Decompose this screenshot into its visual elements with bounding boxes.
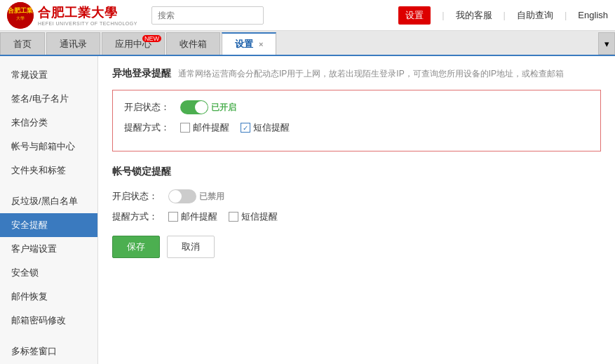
section2-status-row: 开启状态： 已禁用 <box>112 189 601 203</box>
section2-toggle[interactable]: 已禁用 <box>168 189 224 203</box>
section2-email-checkbox[interactable] <box>168 212 178 222</box>
sidebar-item-password[interactable]: 邮箱密码修改 <box>0 309 97 332</box>
sidebar-divider-1 <box>0 182 97 189</box>
cancel-button[interactable]: 取消 <box>167 236 215 258</box>
section1-status-label: 开启状态： <box>124 101 180 114</box>
tab-settings-close[interactable]: × <box>259 40 263 48</box>
section1-toggle-thumb <box>195 101 208 114</box>
tab-settings[interactable]: 设置 × <box>222 32 276 55</box>
nav-settings[interactable]: 设置 <box>398 6 431 25</box>
section2-email-check[interactable]: 邮件提醒 <box>168 210 217 223</box>
sidebar-item-mail-filter[interactable]: 来信分类 <box>0 111 97 135</box>
tab-apps[interactable]: 应用中心 NEW <box>102 32 165 55</box>
section1-method-row: 提醒方式： 邮件提醒 ✓ 短信提醒 <box>124 121 589 134</box>
section2-toggle-label: 已禁用 <box>199 191 224 203</box>
main-layout: 常规设置 签名/电子名片 来信分类 帐号与邮箱中心 文件夹和标签 反垃圾/黑白名… <box>0 56 615 364</box>
tab-home[interactable]: 首页 <box>0 32 45 55</box>
top-search-area <box>151 6 391 25</box>
sidebar-item-client[interactable]: 客户端设置 <box>0 237 97 261</box>
section1-status-row: 开启状态： 已开启 <box>124 100 589 114</box>
section1-desc: 通常网络运营商会分配动态IP用于上网，故若出现陌生登录IP，可查询您所用设备的I… <box>178 67 564 80</box>
sidebar-item-security[interactable]: 安全提醒 <box>0 213 97 237</box>
tab-apps-badge: NEW <box>142 35 161 42</box>
sidebar-item-general[interactable]: 常规设置 <box>0 63 97 87</box>
top-bar: 合肥工業 大學 合肥工業大學 HEFEI UNIVERSITY OF TECHN… <box>0 0 615 31</box>
section1-title: 异地登录提醒 <box>112 67 171 80</box>
tab-contacts[interactable]: 通讯录 <box>46 32 100 55</box>
section1-email-check[interactable]: 邮件提醒 <box>180 121 229 134</box>
section1-toggle-label: 已开启 <box>211 102 236 114</box>
section1: 异地登录提醒 通常网络运营商会分配动态IP用于上网，故若出现陌生登录IP，可查询… <box>112 67 601 151</box>
section1-sms-checkbox[interactable]: ✓ <box>241 123 250 133</box>
sidebar: 常规设置 签名/电子名片 来信分类 帐号与邮箱中心 文件夹和标签 反垃圾/黑白名… <box>0 56 98 364</box>
sidebar-item-mail-recovery[interactable]: 邮件恢复 <box>0 285 97 309</box>
svg-text:合肥工業: 合肥工業 <box>7 7 34 14</box>
section2-toggle-thumb <box>169 190 182 203</box>
save-button[interactable]: 保存 <box>112 236 160 258</box>
tab-inbox[interactable]: 收件箱 <box>166 32 220 55</box>
section2-sms-check[interactable]: 短信提醒 <box>229 210 278 223</box>
logo: 合肥工業 大學 合肥工業大學 HEFEI UNIVERSITY OF TECHN… <box>7 2 137 29</box>
section1-toggle[interactable]: 已开启 <box>180 100 236 114</box>
section2-checkboxes: 邮件提醒 短信提醒 <box>168 210 278 223</box>
section1-method-label: 提醒方式： <box>124 121 180 134</box>
section1-toggle-track[interactable] <box>180 100 208 114</box>
section2-sms-checkbox[interactable] <box>229 212 238 222</box>
sidebar-item-lock[interactable]: 安全锁 <box>0 261 97 285</box>
nav-customer-service[interactable]: 我的客服 <box>456 9 492 22</box>
nav-self-query[interactable]: 自助查询 <box>517 9 553 22</box>
sidebar-item-signature[interactable]: 签名/电子名片 <box>0 87 97 111</box>
tab-arrow[interactable]: ▾ <box>598 32 615 55</box>
sidebar-item-folders[interactable]: 文件夹和标签 <box>0 159 97 182</box>
section2-title: 帐号锁定提醒 <box>112 166 601 178</box>
section2-status-label: 开启状态： <box>112 190 168 203</box>
sidebar-item-spam[interactable]: 反垃圾/黑白名单 <box>0 189 97 213</box>
button-row: 保存 取消 <box>112 236 601 258</box>
svg-text:大學: 大學 <box>16 16 25 20</box>
sidebar-divider-2 <box>0 332 97 339</box>
section1-sms-check[interactable]: ✓ 短信提醒 <box>241 121 290 134</box>
section2: 帐号锁定提醒 开启状态： 已禁用 提醒方式： 邮件提醒 <box>112 166 601 258</box>
sidebar-item-account[interactable]: 帐号与邮箱中心 <box>0 135 97 159</box>
section1-box: 开启状态： 已开启 提醒方式： 邮件提醒 <box>112 90 601 151</box>
svg-point-0 <box>7 2 34 29</box>
top-nav: 设置 | 我的客服 | 自助查询 | English <box>398 6 608 25</box>
sidebar-item-multitab[interactable]: 多标签窗口 <box>0 339 97 363</box>
section1-email-checkbox[interactable] <box>180 123 190 133</box>
section2-method-label: 提醒方式： <box>112 210 168 223</box>
tab-bar: 首页 通讯录 应用中心 NEW 收件箱 设置 × ▾ <box>0 31 615 56</box>
logo-text: 合肥工業大學 HEFEI UNIVERSITY OF TECHNOLOGY <box>38 4 137 26</box>
section2-toggle-track[interactable] <box>168 189 196 203</box>
section2-method-row: 提醒方式： 邮件提醒 短信提醒 <box>112 210 601 223</box>
nav-english[interactable]: English <box>578 10 608 20</box>
search-input[interactable] <box>151 6 264 25</box>
content-area: 异地登录提醒 通常网络运营商会分配动态IP用于上网，故若出现陌生登录IP，可查询… <box>98 56 615 364</box>
section1-header: 异地登录提醒 通常网络运营商会分配动态IP用于上网，故若出现陌生登录IP，可查询… <box>112 67 601 80</box>
logo-icon: 合肥工業 大學 <box>7 2 34 29</box>
section1-checkboxes: 邮件提醒 ✓ 短信提醒 <box>180 121 290 134</box>
